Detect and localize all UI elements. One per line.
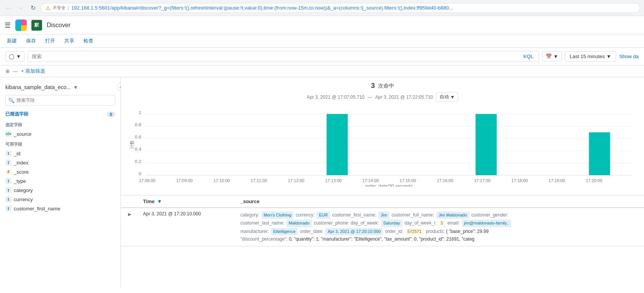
svg-text:17:16:00: 17:16:00 xyxy=(437,179,453,183)
search-input[interactable] xyxy=(32,54,522,59)
available-section-label: 选定字段 xyxy=(0,119,121,129)
available-fields-label: 可用字段 xyxy=(0,138,121,149)
field-item-score[interactable]: # _score xyxy=(0,167,121,176)
field-currency-value: EUR xyxy=(316,212,330,219)
chevron-down-icon: ▼ xyxy=(607,54,611,59)
field-type-icon-hash: # xyxy=(5,169,11,175)
svg-text:0: 0 xyxy=(139,172,141,176)
svg-text:17:13:00: 17:13:00 xyxy=(325,179,342,183)
expand-button[interactable]: ► xyxy=(126,211,134,217)
content-area: 3 次命中 Apr 3, 2021 @ 17:07:05.710 — Apr 3… xyxy=(121,77,644,288)
field-order-date-label: order_date: xyxy=(300,229,325,234)
toolbar: 新建 保存 打开 共享 检查 xyxy=(0,34,644,48)
calendar-icon: 📅 xyxy=(546,54,552,59)
svg-text:17:15:00: 17:15:00 xyxy=(399,179,416,183)
field-name-category: category xyxy=(14,187,33,193)
field-type-icon-t: t xyxy=(5,160,11,166)
field-type-icon-t: t xyxy=(5,205,11,212)
svg-text:17:10:00: 17:10:00 xyxy=(214,179,230,183)
expand-cell[interactable]: ► xyxy=(121,208,139,246)
field-first-name-value: Jim xyxy=(378,212,390,219)
field-item-type[interactable]: t _type xyxy=(0,176,121,186)
sidebar: kibana_sample_data_eco... ▼ ◀ 🔍 已筛选字段 0 … xyxy=(0,77,121,288)
svg-text:17:08:00: 17:08:00 xyxy=(139,179,155,183)
kql-button[interactable]: KQL xyxy=(522,54,535,59)
url-bar[interactable]: ⚠ 不安全 | 192.168.1.5:5601/app/kibana#/dis… xyxy=(41,3,640,13)
field-phone-label: customer_phone: xyxy=(314,220,351,226)
field-item-index[interactable]: t _index xyxy=(0,158,121,167)
field-item-currency[interactable]: t currency xyxy=(0,195,121,204)
field-category-label: category: xyxy=(240,212,261,218)
auto-interval-button[interactable]: 自动 ▼ xyxy=(436,92,458,102)
menu-icon[interactable]: ☰ xyxy=(5,21,11,29)
chart-date-range: Apr 3, 2021 @ 17:07:05.710 — Apr 3, 2021… xyxy=(121,91,644,103)
field-item-source[interactable]: </> _source xyxy=(0,129,121,138)
url-separator: | xyxy=(68,5,69,11)
histogram-chart: 0 0.2 0.4 0.6 0.8 1 计数 xyxy=(129,103,636,187)
security-warning-icon: ⚠ xyxy=(46,5,51,11)
field-discount-label: "discount_percentage": xyxy=(240,236,289,242)
add-filter-button[interactable]: + 添加筛选 xyxy=(21,68,45,75)
field-day-label: day_of_week: xyxy=(351,220,380,226)
chart-container: 0 0.2 0.4 0.6 0.8 1 计数 xyxy=(129,103,636,187)
source-cell: category: Men's Clothing currency: EUR c… xyxy=(236,208,644,246)
field-search-input[interactable] xyxy=(5,95,115,106)
field-type-icon-t: t xyxy=(5,196,11,202)
field-type-icon-t: t xyxy=(5,187,11,193)
search-type-button[interactable]: ◯ ▼ xyxy=(5,51,24,62)
field-last-name-value: Maldonado xyxy=(286,220,311,227)
time-col-header[interactable]: Time ▼ xyxy=(139,195,236,208)
field-category-value: Men's Clothing xyxy=(261,212,293,219)
forward-button[interactable]: → xyxy=(16,3,25,13)
field-gender-label: customer_gender: xyxy=(471,212,509,218)
svg-text:17:17:00: 17:17:00 xyxy=(474,179,491,183)
source-col-header: _source xyxy=(236,195,644,208)
search-icon: 🔍 xyxy=(8,98,15,103)
selected-fields-section: 已筛选字段 0 xyxy=(0,108,121,119)
time-range-button[interactable]: Last 15 minutes ▼ xyxy=(565,51,616,62)
field-products-value: { "base_price": 29.99 xyxy=(446,229,489,234)
share-button[interactable]: 共享 xyxy=(63,37,76,45)
field-name-customer-first-name: customer_first_name xyxy=(14,206,60,212)
open-button[interactable]: 打开 xyxy=(44,37,57,45)
timestamp-value: Apr 3, 2021 @ 17:20:10.000 xyxy=(143,211,201,216)
svg-text:0.8: 0.8 xyxy=(135,123,141,127)
svg-text:0.2: 0.2 xyxy=(135,160,141,164)
chevron-down-icon: ▼ xyxy=(16,54,21,59)
field-name-id: _id xyxy=(14,151,20,156)
selected-fields-label[interactable]: 已筛选字段 xyxy=(5,111,28,117)
field-item-customer-first-name[interactable]: t customer_first_name xyxy=(0,204,121,213)
expand-col-header xyxy=(121,195,139,208)
date-start: Apr 3, 2021 @ 17:07:05.710 xyxy=(307,94,365,100)
inspect-button[interactable]: 检查 xyxy=(82,37,95,45)
svg-rect-13 xyxy=(327,114,348,175)
field-item-id[interactable]: t _id xyxy=(0,149,121,158)
save-button[interactable]: 保存 xyxy=(24,37,37,45)
show-dates-button[interactable]: Show da xyxy=(619,54,639,59)
refresh-button[interactable]: ↻ xyxy=(28,3,37,13)
field-day-value: Saturday xyxy=(381,220,403,227)
field-type-icon-t: t xyxy=(5,178,11,184)
field-name-type: _type xyxy=(14,178,26,184)
field-day-i-label: day_of_week_i: xyxy=(404,220,438,226)
field-day-i-value: 5 xyxy=(439,220,445,227)
back-button[interactable]: ← xyxy=(4,3,13,13)
auto-label: 自动 xyxy=(440,94,449,100)
index-dropdown-icon[interactable]: ▼ xyxy=(73,85,78,90)
sort-arrow-icon: ▼ xyxy=(157,199,162,204)
app-icon-badge: 默 xyxy=(31,20,42,31)
field-email-label: email: xyxy=(447,220,461,226)
svg-text:order_date/30 seconds: order_date/30 seconds xyxy=(365,184,412,187)
index-name: kibana_sample_data_eco... xyxy=(5,84,71,90)
calendar-button[interactable]: 📅 ▼ xyxy=(542,51,562,62)
field-manufacturer-label: manufacturer: xyxy=(240,229,270,234)
field-item-category[interactable]: t category xyxy=(0,186,121,195)
svg-text:17:18:00: 17:18:00 xyxy=(511,179,528,183)
filter-icon[interactable]: ⊕ xyxy=(5,68,10,74)
hit-count: 3 xyxy=(371,82,375,90)
hit-label: 次命中 xyxy=(378,83,394,90)
svg-text:17:19:00: 17:19:00 xyxy=(549,179,565,183)
table-header-row: Time ▼ _source xyxy=(121,195,644,208)
new-button[interactable]: 新建 xyxy=(5,37,18,45)
svg-text:计数: 计数 xyxy=(130,140,135,149)
